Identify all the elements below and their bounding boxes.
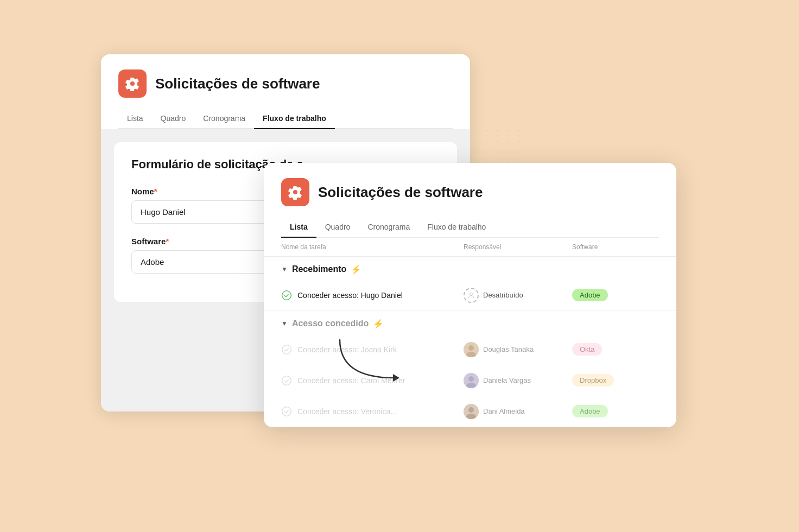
app-icon	[118, 69, 147, 98]
section-chevron-icon: ▼	[281, 265, 288, 273]
svg-point-11	[282, 407, 291, 416]
back-tab-lista[interactable]: Lista	[118, 109, 152, 129]
front-card-title: Solicitações de software	[318, 184, 483, 201]
section-recebimento-emoji: ⚡	[351, 264, 362, 275]
software-cell-hugo: Adobe	[572, 289, 659, 301]
section-acesso: ▼ Acesso concedido ⚡	[264, 311, 676, 334]
svg-point-1	[282, 290, 291, 300]
svg-point-9	[468, 376, 474, 382]
col-header-task: Nome da tarefa	[281, 243, 464, 251]
section-acesso-label: Acesso concedido	[292, 319, 369, 328]
svg-point-7	[282, 376, 291, 385]
assignee-cell-hugo: Desatribuído	[464, 288, 572, 303]
assignee-name-dani: Dani Almeida	[483, 407, 525, 415]
avatar-daniela	[464, 373, 479, 388]
required-asterisk: *	[154, 187, 157, 196]
assignee-cell-joana: Douglas Tanaka	[464, 342, 572, 357]
back-tab-quadro[interactable]: Quadro	[152, 109, 195, 129]
col-header-software: Software	[572, 243, 659, 251]
front-tab-fluxo[interactable]: Fluxo de trabalho	[418, 217, 494, 238]
front-card-tabs: Lista Quadro Cronograma Fluxo de trabalh…	[281, 217, 659, 238]
section-chevron-acesso-icon: ▼	[281, 320, 288, 327]
back-card-tabs: Lista Quadro Cronograma Fluxo de trabalh…	[118, 109, 453, 129]
back-card-title: Solicitações de software	[155, 75, 320, 92]
task-name-hugo: Conceder acesso: Hugo Daniel	[297, 291, 403, 300]
svg-point-3	[282, 345, 291, 354]
task-row-carol: Conceder acesso: Carol Meurer Daniela Va…	[264, 365, 676, 396]
section-recebimento: ▼ Recebimento ⚡	[264, 257, 676, 280]
badge-adobe-hugo: Adobe	[572, 289, 608, 301]
task-row-joana: Conceder acesso: Joana Kirk Douglas Tana…	[264, 334, 676, 365]
back-tab-fluxo[interactable]: Fluxo de trabalho	[254, 109, 335, 129]
front-app-icon	[281, 178, 309, 206]
col-header-assignee: Responsável	[464, 243, 572, 251]
assignee-cell-carol: Daniela Vargas	[464, 373, 572, 388]
badge-okta-joana: Okta	[572, 343, 602, 356]
check-icon-joana	[281, 344, 292, 355]
svg-point-13	[468, 407, 474, 413]
task-name-cell-veronica: Conceder acesso: Veronica...	[281, 406, 464, 417]
software-cell-joana: Okta	[572, 343, 659, 356]
badge-adobe-veronica: Adobe	[572, 405, 608, 417]
task-name-veronica: Conceder acesso: Veronica...	[297, 407, 397, 416]
svg-point-2	[470, 293, 473, 295]
badge-dropbox-carol: Dropbox	[572, 374, 614, 387]
task-row-veronica: Conceder acesso: Veronica... Dani Almeid…	[264, 396, 676, 427]
task-row-hugo: Conceder acesso: Hugo Daniel Desatribuíd…	[264, 280, 676, 311]
svg-marker-0	[393, 374, 400, 382]
check-icon-carol	[281, 375, 292, 386]
assignee-cell-veronica: Dani Almeida	[464, 404, 572, 419]
software-cell-carol: Dropbox	[572, 374, 659, 387]
arrow-connector	[334, 334, 410, 391]
assignee-name-hugo: Desatribuído	[483, 291, 523, 299]
svg-point-5	[468, 345, 474, 351]
back-tab-cronograma[interactable]: Cronograma	[194, 109, 254, 129]
section-recebimento-label: Recebimento	[292, 264, 346, 274]
front-tab-quadro[interactable]: Quadro	[316, 217, 359, 238]
software-cell-veronica: Adobe	[572, 405, 659, 417]
avatar-unassigned	[464, 288, 479, 303]
avatar-douglas	[464, 342, 479, 357]
front-tab-cronograma[interactable]: Cronograma	[359, 217, 418, 238]
required-asterisk-2: *	[166, 237, 169, 246]
front-tab-lista[interactable]: Lista	[281, 217, 316, 238]
avatar-dani	[464, 404, 479, 419]
task-table: Nome da tarefa Responsável Software ▼ Re…	[264, 238, 676, 427]
assignee-name-douglas: Douglas Tanaka	[483, 345, 534, 353]
task-name-cell-hugo: Conceder acesso: Hugo Daniel	[281, 290, 464, 301]
section-acesso-emoji: ⚡	[373, 319, 384, 329]
check-icon-veronica	[281, 406, 292, 417]
front-card: Solicitações de software Lista Quadro Cr…	[264, 163, 676, 427]
table-header: Nome da tarefa Responsável Software	[264, 238, 676, 257]
assignee-name-daniela: Daniela Vargas	[483, 376, 531, 384]
check-icon-hugo	[281, 290, 292, 301]
